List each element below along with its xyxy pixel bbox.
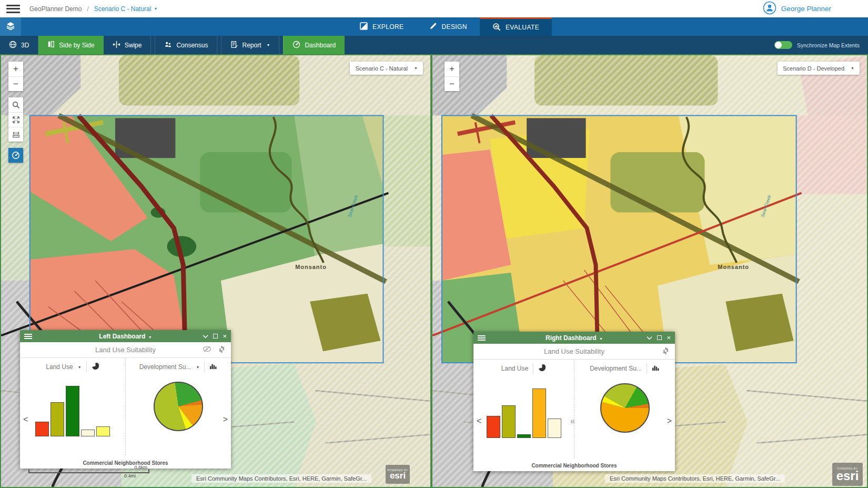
- zoom-control: + −: [445, 62, 459, 91]
- full-extent-button[interactable]: [8, 112, 23, 127]
- left-dashboard-header[interactable]: Left Dashboard ▼ ×: [20, 330, 231, 342]
- evaluate-icon: [492, 23, 501, 33]
- primary-nav-bar: EXPLORE DESIGN EVALUATE: [0, 17, 868, 36]
- maximize-icon[interactable]: [657, 335, 662, 340]
- panel-menu-icon[interactable]: [24, 334, 32, 339]
- user-menu[interactable]: George Planner: [763, 1, 831, 16]
- land-use-bar-chart[interactable]: [487, 385, 561, 438]
- toggle-knob: [775, 42, 782, 48]
- scenario-breadcrumb-dropdown[interactable]: Scenario C - Natural ▼: [94, 5, 158, 13]
- prev-indicator-chevron[interactable]: <: [477, 416, 481, 426]
- scale-mi-label: 0.4mi: [28, 473, 149, 479]
- basemap-icon: [360, 22, 368, 32]
- chart-selector[interactable]: Development Su...: [139, 363, 191, 371]
- breadcrumb-separator: /: [87, 5, 88, 13]
- development-suitability-widget: Development Su...: [574, 360, 675, 458]
- zoom-control: + −: [8, 62, 23, 91]
- right-dashboard-panel[interactable]: Right Dashboard ▼ × Land Use Suitability: [473, 332, 675, 471]
- user-name: George Planner: [781, 5, 831, 13]
- chevron-down-icon[interactable]: ▼: [78, 365, 82, 369]
- pie-chart-toggle-icon[interactable]: [92, 362, 99, 372]
- map-label-monsanto: Monsanto: [295, 264, 327, 270]
- chart-selector[interactable]: Land Use: [46, 363, 73, 371]
- left-dashboard-title[interactable]: Left Dashboard ▼: [20, 333, 231, 340]
- zoom-out-button[interactable]: −: [8, 76, 23, 91]
- tab-explore[interactable]: EXPLORE: [347, 17, 417, 36]
- tab-evaluate[interactable]: EVALUATE: [480, 17, 552, 36]
- scenario-breadcrumb-label: Scenario C - Natural: [94, 5, 152, 13]
- right-dashboard-title[interactable]: Right Dashboard ▼: [473, 334, 675, 342]
- land-use-widget: Land Use: [473, 360, 574, 458]
- next-indicator-chevron[interactable]: >: [667, 416, 672, 426]
- right-dashboard-header[interactable]: Right Dashboard ▼ ×: [473, 332, 675, 344]
- tab-design[interactable]: DESIGN: [417, 17, 480, 36]
- map-attribution: Esri Community Maps Contributors, Esri, …: [191, 474, 371, 483]
- visibility-off-icon[interactable]: [203, 346, 211, 354]
- land-use-widget: Land Use ▼: [20, 358, 125, 455]
- development-suitability-widget: Development Su... ▼: [125, 358, 231, 455]
- next-indicator-chevron[interactable]: >: [223, 415, 228, 424]
- hamburger-menu-icon[interactable]: [6, 5, 20, 13]
- bar-chart-toggle-icon[interactable]: [209, 363, 217, 371]
- right-map-view[interactable]: Monsanto Seal Creek + − Scenario D - Dev…: [431, 54, 868, 488]
- scale-bar: 0.6km 0.4mi: [28, 465, 149, 479]
- right-scenario-selector-label: Scenario D - Developed: [783, 65, 844, 72]
- sync-extents-toggle[interactable]: [774, 41, 792, 49]
- swipe-button-label: Swipe: [125, 42, 142, 49]
- collapse-icon[interactable]: [647, 336, 652, 340]
- right-scenario-selector[interactable]: Scenario D - Developed ▼: [778, 62, 860, 75]
- collapse-icon[interactable]: [203, 334, 208, 338]
- indicator-footer-label: Commercial Neighborhood Stores: [473, 463, 675, 469]
- land-use-bar-chart[interactable]: [35, 384, 110, 436]
- side-by-side-maps: Monsanto Seal Creek + − Scenario C - Nat…: [0, 54, 868, 488]
- dashboard-tool-button[interactable]: [8, 148, 23, 163]
- map-label-monsanto: Monsanto: [718, 264, 749, 270]
- sync-extents-control: Synchronize Map Extents: [774, 36, 868, 54]
- chevron-down-icon: ▼: [154, 7, 157, 11]
- consensus-button-label: Consensus: [176, 42, 208, 49]
- left-map-view[interactable]: Monsanto Seal Creek + − Scenario C - Nat…: [0, 54, 431, 488]
- 3d-button[interactable]: 3D: [0, 36, 38, 54]
- collapse-left-chevron[interactable]: «: [570, 416, 575, 426]
- maximize-icon[interactable]: [213, 334, 218, 338]
- dashboard-gauge-icon: [292, 41, 300, 50]
- measure-button[interactable]: [8, 127, 23, 142]
- zoom-out-button[interactable]: −: [445, 76, 459, 91]
- search-button[interactable]: [8, 97, 23, 112]
- swipe-button[interactable]: Swipe: [104, 36, 152, 54]
- panel-menu-icon[interactable]: [478, 335, 486, 341]
- chevron-down-icon: ▼: [414, 66, 418, 70]
- chevron-down-icon: ▼: [267, 43, 270, 47]
- development-suitability-pie-chart[interactable]: [154, 382, 203, 431]
- zoom-in-button[interactable]: +: [445, 62, 459, 76]
- side-by-side-icon: [47, 41, 55, 49]
- bar-chart-toggle-icon[interactable]: [652, 364, 660, 373]
- gear-icon[interactable]: [218, 345, 226, 355]
- scale-km-label: 0.6km: [28, 465, 149, 470]
- report-icon: [230, 41, 238, 50]
- dashboard-button[interactable]: Dashboard: [283, 36, 345, 54]
- close-icon[interactable]: ×: [223, 333, 227, 340]
- gauge-icon: [12, 151, 20, 160]
- tab-explore-label: EXPLORE: [372, 23, 404, 31]
- layers-button[interactable]: [0, 17, 21, 36]
- left-scenario-selector[interactable]: Scenario C - Natural ▼: [350, 62, 423, 75]
- side-by-side-button-label: Side by Side: [59, 42, 94, 49]
- left-scenario-selector-label: Scenario C - Natural: [355, 65, 408, 72]
- zoom-in-button[interactable]: +: [8, 62, 23, 76]
- pie-chart-toggle-icon[interactable]: [538, 364, 546, 373]
- gear-icon[interactable]: [662, 347, 670, 356]
- close-icon[interactable]: ×: [667, 334, 671, 341]
- development-suitability-pie-chart[interactable]: [600, 383, 650, 433]
- chart-selector[interactable]: Development Su...: [590, 365, 642, 372]
- chevron-down-icon[interactable]: ▼: [196, 365, 199, 369]
- avatar-icon: [763, 1, 776, 16]
- esri-logo: POWERED BY esri: [832, 463, 863, 486]
- consensus-button[interactable]: Consensus: [155, 36, 217, 54]
- side-by-side-button[interactable]: Side by Side: [38, 36, 103, 54]
- prev-indicator-chevron[interactable]: <: [23, 415, 28, 424]
- report-button[interactable]: Report ▼: [221, 36, 279, 54]
- chart-selector[interactable]: Land Use: [501, 365, 528, 372]
- report-button-label: Report: [242, 42, 261, 49]
- left-dashboard-panel[interactable]: Left Dashboard ▼ × Land Use Suitability: [20, 330, 231, 469]
